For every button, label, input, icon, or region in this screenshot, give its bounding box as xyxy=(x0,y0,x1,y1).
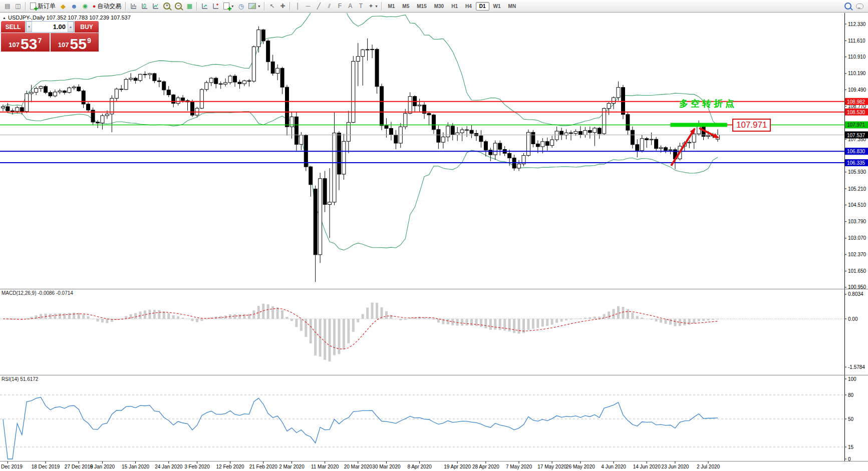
sell-price-figure: 107 xyxy=(9,42,20,50)
market-watch-icon: ▤ xyxy=(5,3,10,10)
trendline-button[interactable]: ╱ xyxy=(314,1,324,11)
candle xyxy=(134,78,137,81)
date-label: 18 Dec 2019 xyxy=(32,464,60,469)
market-watch-button[interactable]: ▤ xyxy=(3,1,13,11)
metaeditor-button[interactable]: ◆ xyxy=(58,1,68,11)
search-icon xyxy=(844,3,851,10)
sell-price-button[interactable]: 107 53 7 xyxy=(1,33,50,52)
crosshair-button[interactable]: ✚ xyxy=(277,1,287,11)
period-button[interactable]: ◷ xyxy=(236,1,246,11)
zoom-out-button[interactable]: − xyxy=(173,1,184,11)
search-button[interactable] xyxy=(842,1,853,11)
timeframe-w1[interactable]: W1 xyxy=(490,2,504,11)
candle xyxy=(63,91,66,93)
add-chart-icon: ✚ xyxy=(223,3,229,10)
date-label: 17 May 2020 xyxy=(537,464,566,469)
chart-canvas[interactable]: 112.330111.610110.910110.190109.490108.7… xyxy=(0,0,868,471)
timeframe-m30[interactable]: M30 xyxy=(431,2,447,11)
candle xyxy=(655,139,658,148)
zoom-in-button[interactable]: + xyxy=(161,1,172,11)
candlestick-button[interactable] xyxy=(139,1,150,11)
community-button[interactable]: ☻ xyxy=(69,1,80,11)
text-icon: A xyxy=(348,3,352,10)
date-label: 12 Feb 2020 xyxy=(216,464,245,469)
autotrading-button[interactable]: ● 自动交易 xyxy=(91,1,124,11)
add-chart-button[interactable]: ✚ ▾ xyxy=(221,1,235,11)
candle xyxy=(87,104,90,110)
chat-button[interactable] xyxy=(854,1,865,11)
new-order-button[interactable]: ✚ 新订单 xyxy=(28,1,58,11)
candle xyxy=(290,117,294,127)
candle xyxy=(295,117,298,144)
volume-down-button[interactable]: ▼ xyxy=(26,22,32,32)
axis-tick-label: 103.790 xyxy=(848,219,866,224)
line-chart-button[interactable] xyxy=(150,1,161,11)
candle xyxy=(669,150,672,150)
indicators-button[interactable] xyxy=(199,1,210,11)
axis-tick-label: 110.190 xyxy=(848,71,866,76)
timeframe-d1[interactable]: D1 xyxy=(476,2,489,11)
candle xyxy=(153,74,156,81)
candle xyxy=(261,30,265,41)
shapes-button[interactable]: ✦ ▾ xyxy=(366,1,379,11)
one-click-trading-panel: SELL ▼ ▲ BUY 107 53 7 107 55 9 xyxy=(1,21,99,52)
date-label: 3 Feb 2020 xyxy=(184,464,210,469)
timeframe-m15[interactable]: M15 xyxy=(413,2,430,11)
buy-button[interactable]: BUY xyxy=(75,21,99,33)
buy-price-button[interactable]: 107 55 9 xyxy=(51,33,99,52)
candle xyxy=(219,84,222,84)
horizontal-line-button[interactable]: ─ xyxy=(303,1,313,11)
candle xyxy=(228,76,232,83)
add-indicator-button[interactable] xyxy=(210,1,221,11)
timeframe-mn[interactable]: MN xyxy=(505,2,520,11)
candle xyxy=(247,81,251,81)
zoom-in-icon: + xyxy=(163,3,170,10)
candle xyxy=(39,87,43,89)
chart-ohlc-info: ▲ USDJPY-,Daily 107.352 107.783 107.239 … xyxy=(3,15,131,21)
trendline-icon: ╱ xyxy=(317,3,321,10)
fibonacci-button[interactable]: F xyxy=(335,1,345,11)
candle xyxy=(139,74,142,80)
timeframe-h1[interactable]: H1 xyxy=(448,2,461,11)
candle xyxy=(475,134,478,136)
vertical-line-button[interactable]: │ xyxy=(293,1,303,11)
axis-tick-label: 110.910 xyxy=(848,54,866,60)
volume-input[interactable] xyxy=(32,22,68,32)
sell-button[interactable]: SELL xyxy=(1,21,25,33)
signals-button[interactable]: ◉ xyxy=(80,1,90,11)
templates-button[interactable]: ▾ xyxy=(246,1,262,11)
trend-arrow-1[interactable] xyxy=(671,129,695,166)
axis-tick-label: 100.950 xyxy=(848,284,866,290)
metaeditor-icon: ◆ xyxy=(61,3,66,10)
candle xyxy=(72,87,76,88)
candle xyxy=(333,133,336,202)
candle xyxy=(143,74,147,75)
timeframe-m1[interactable]: M1 xyxy=(384,2,398,11)
candle xyxy=(598,128,601,134)
tile-windows-button[interactable]: ▦ xyxy=(184,1,194,11)
timeframe-m5[interactable]: M5 xyxy=(399,2,413,11)
bar-chart-button[interactable] xyxy=(128,1,139,11)
channel-button[interactable]: ⫽ xyxy=(324,1,334,11)
tile-windows-icon: ▦ xyxy=(187,3,192,10)
axis-tick-label: 100 xyxy=(848,376,856,382)
date-label: 11 Mar 2020 xyxy=(311,464,339,469)
add-indicator-icon xyxy=(212,3,219,10)
candle xyxy=(257,30,260,47)
candle xyxy=(101,116,104,123)
volume-up-button[interactable]: ▲ xyxy=(68,22,74,32)
candle xyxy=(460,130,464,133)
text-label-icon: T xyxy=(359,3,363,10)
candle xyxy=(640,139,644,151)
data-window-button[interactable]: ◫ xyxy=(13,1,23,11)
candle xyxy=(631,130,634,145)
text-button[interactable]: A xyxy=(345,1,355,11)
text-label-button[interactable]: T xyxy=(356,1,366,11)
cursor-button[interactable]: ↖ xyxy=(267,1,277,11)
candle xyxy=(626,115,630,130)
timeframe-h4[interactable]: H4 xyxy=(462,2,475,11)
candle xyxy=(385,126,388,129)
chevron-down-icon: ▾ xyxy=(258,4,260,9)
candle xyxy=(432,115,435,130)
candle xyxy=(446,126,450,137)
